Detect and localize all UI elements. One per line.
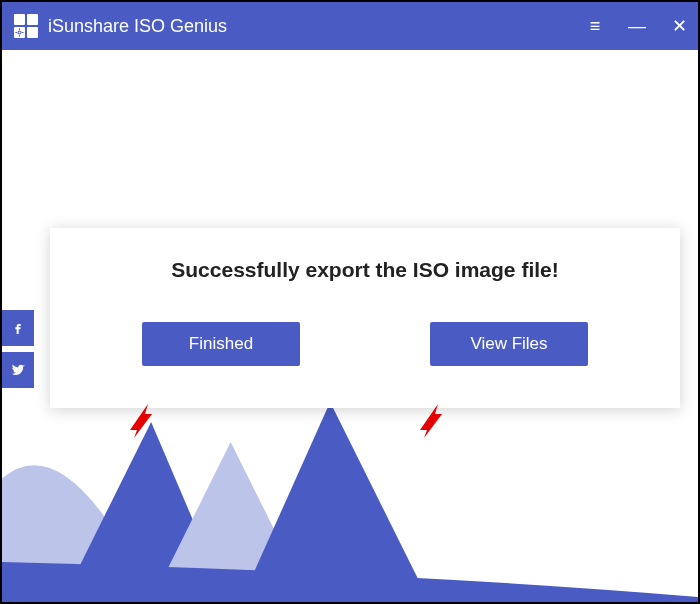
- app-logo-icon: [12, 12, 40, 40]
- close-button[interactable]: ✕: [670, 15, 688, 37]
- twitter-button[interactable]: [2, 352, 34, 388]
- finished-button[interactable]: Finished: [142, 322, 300, 366]
- svg-marker-6: [420, 404, 442, 438]
- window-controls: ≡ — ✕: [586, 2, 688, 50]
- minimize-button[interactable]: —: [628, 16, 646, 37]
- arrow-annotation-viewfiles: [410, 400, 450, 440]
- dialog-buttons: Finished View Files: [142, 322, 588, 366]
- facebook-icon: [10, 320, 26, 336]
- menu-button[interactable]: ≡: [586, 16, 604, 37]
- app-title: iSunshare ISO Genius: [48, 16, 227, 37]
- titlebar: iSunshare ISO Genius ≡ — ✕: [2, 2, 698, 50]
- svg-marker-5: [130, 404, 152, 438]
- svg-point-0: [18, 31, 21, 34]
- social-bar: [2, 310, 34, 388]
- facebook-button[interactable]: [2, 310, 34, 346]
- success-dialog: Successfully export the ISO image file! …: [50, 228, 680, 408]
- twitter-icon: [10, 362, 26, 378]
- arrow-annotation-finished: [120, 400, 160, 440]
- dialog-message: Successfully export the ISO image file!: [171, 258, 558, 282]
- view-files-button[interactable]: View Files: [430, 322, 588, 366]
- content-area: Successfully export the ISO image file! …: [2, 50, 698, 602]
